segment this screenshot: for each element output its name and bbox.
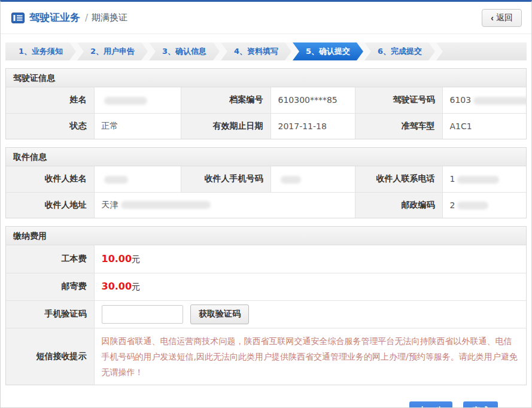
expiry-date-value: 2017-11-18 (270, 113, 355, 139)
page-panel: 驾驶证业务 / 期满换证 ‹ 返回 1、业务须知 2、用户申告 3、确认信息 4… (0, 0, 532, 408)
recipient-address-label: 收件人地址 (6, 192, 94, 218)
sms-code-input[interactable] (102, 305, 183, 324)
recipient-tel-label: 收件人联系电话 (355, 166, 442, 192)
pickup-section-title: 取件信息 (6, 148, 526, 166)
back-button-label: 返回 (496, 13, 513, 23)
breadcrumb-separator: / (85, 13, 88, 23)
mail-fee-value: 30.00元 (94, 273, 526, 300)
archive-no-label: 档案编号 (181, 87, 270, 113)
archive-no-value: 610300****85 (270, 87, 355, 113)
step-1-business-notice[interactable]: 1、业务须知 (5, 42, 76, 60)
sms-tip-text: 因陕西省联通、电信运营商技术问题，陕西省互联网交通安全综合服务管理平台无法向持陕… (94, 328, 526, 385)
recipient-mobile-value (270, 166, 355, 192)
fees-section-title: 缴纳费用 (6, 227, 526, 245)
recipient-mobile-label: 收件人手机号码 (181, 166, 270, 192)
recipient-tel-value: 1 (442, 166, 526, 192)
work-fee-unit: 元 (132, 254, 140, 264)
step-6-finish-submit[interactable]: 6、完成提交 (364, 42, 435, 60)
finish-button[interactable]: 完成 (463, 401, 498, 408)
table-row: 手机验证码 获取验证码 (6, 300, 526, 328)
step-3-confirm-info[interactable]: 3、确认信息 (149, 42, 220, 60)
table-row: 收件人地址 天津 邮政编码 2 (6, 192, 526, 218)
back-button[interactable]: ‹ 返回 (482, 9, 522, 27)
license-no-label: 驾驶证号码 (355, 87, 442, 113)
breadcrumb-current: 期满换证 (92, 12, 127, 23)
step-wizard-bar: 1、业务须知 2、用户申告 3、确认信息 4、资料填写 5、确认提交 6、完成提… (5, 42, 527, 60)
table-row: 状态 正常 有效期止日期 2017-11-18 准驾车型 A1C1 (6, 113, 526, 139)
previous-step-button[interactable]: 上一步 (409, 401, 452, 408)
recipient-address-value: 天津 (94, 192, 355, 218)
license-no-value: 6103 (442, 87, 526, 113)
postcode-value: 2 (442, 192, 526, 218)
mail-fee-unit: 元 (132, 282, 140, 291)
sms-code-label: 手机验证码 (6, 300, 94, 328)
recipient-name-label: 收件人姓名 (6, 166, 94, 192)
table-row: 收件人姓名 收件人手机号码 收件人联系电话 1 (6, 166, 526, 192)
chevron-left-icon: ‹ (491, 13, 494, 23)
table-row: 姓名 档案编号 610300****85 驾驶证号码 6103 (6, 87, 526, 113)
table-row: 邮寄费 30.00元 (6, 273, 526, 300)
step-2-user-declaration[interactable]: 2、用户申告 (77, 42, 148, 60)
recipient-name-value (94, 166, 181, 192)
work-fee-amount: 10.00 (102, 253, 132, 264)
name-value (94, 87, 181, 113)
license-info-section: 驾驶证信息 姓名 档案编号 610300****85 驾驶证号码 6103 状态… (5, 68, 527, 139)
name-label: 姓名 (6, 87, 94, 113)
footer-actions: 上一步 完成 (1, 401, 531, 408)
pickup-info-table: 收件人姓名 收件人手机号码 收件人联系电话 1 收件人地址 天津 邮政编码 2 (6, 166, 526, 218)
mail-fee-amount: 30.00 (102, 281, 132, 292)
get-code-button[interactable]: 获取验证码 (190, 305, 249, 324)
step-5-confirm-submit[interactable]: 5、确认提交 (293, 42, 363, 60)
expiry-date-label: 有效期止日期 (181, 113, 270, 139)
step-bar-filler (436, 42, 527, 60)
fees-section: 缴纳费用 工本费 10.00元 邮寄费 30.00元 手机验证码 获取验证码 短… (5, 226, 527, 385)
vehicle-class-value: A1C1 (442, 113, 526, 139)
sms-tip-label: 短信接收提示 (6, 328, 94, 385)
work-fee-value: 10.00元 (94, 245, 526, 273)
table-row: 工本费 10.00元 (6, 245, 526, 273)
status-label: 状态 (6, 113, 94, 139)
postcode-label: 邮政编码 (355, 192, 442, 218)
mail-fee-label: 邮寄费 (6, 273, 94, 300)
table-row: 短信接收提示 因陕西省联通、电信运营商技术问题，陕西省互联网交通安全综合服务管理… (6, 328, 526, 385)
pickup-info-section: 取件信息 收件人姓名 收件人手机号码 收件人联系电话 1 收件人地址 天津 邮政… (5, 147, 527, 218)
vehicle-class-label: 准驾车型 (355, 113, 442, 139)
page-title: 驾驶证业务 (29, 11, 80, 25)
step-4-fill-data[interactable]: 4、资料填写 (221, 42, 291, 60)
fees-table: 工本费 10.00元 邮寄费 30.00元 手机验证码 获取验证码 短信接收提示… (6, 245, 526, 385)
license-list-icon (11, 13, 25, 23)
sms-code-cell: 获取验证码 (94, 300, 526, 328)
status-value: 正常 (94, 113, 181, 139)
work-fee-label: 工本费 (6, 245, 94, 273)
license-info-table: 姓名 档案编号 610300****85 驾驶证号码 6103 状态 正常 有效… (6, 87, 526, 139)
license-section-title: 驾驶证信息 (6, 69, 526, 87)
page-header: 驾驶证业务 / 期满换证 ‹ 返回 (1, 2, 531, 34)
